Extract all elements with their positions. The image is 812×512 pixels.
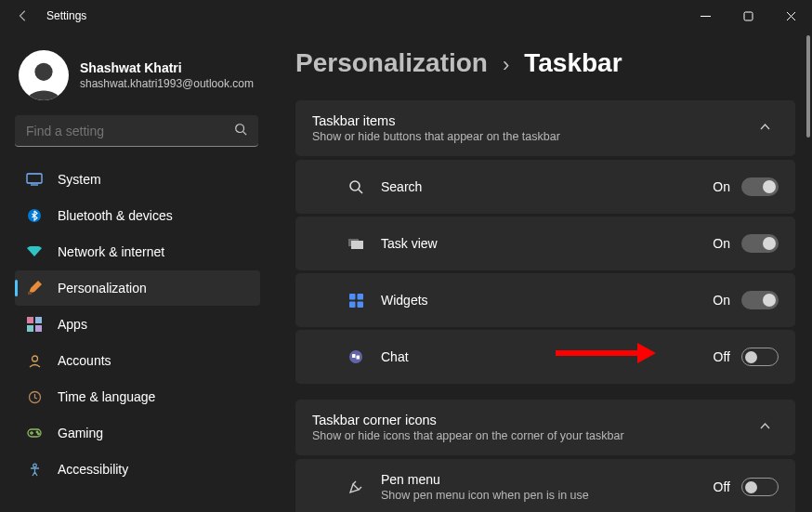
user-block[interactable]: Shashwat Khatri shashwat.khatri1993@outl… (11, 43, 264, 115)
avatar (19, 50, 69, 100)
taskbar-item-search: Search On (295, 160, 795, 214)
sidebar-item-label: Time & language (58, 389, 155, 404)
section-subtitle: Show or hide icons that appear on the co… (312, 429, 624, 442)
search-icon (234, 123, 247, 139)
close-button[interactable] (769, 1, 812, 31)
taskbar-item-widgets: Widgets On (295, 273, 795, 327)
svg-rect-4 (27, 174, 42, 183)
search-field[interactable] (26, 124, 234, 138)
row-label: Pen menu (381, 472, 589, 487)
svg-rect-10 (35, 325, 42, 332)
svg-point-24 (349, 350, 362, 363)
sidebar-item-label: Personalization (58, 281, 147, 295)
sidebar-item-time-language[interactable]: Time & language (15, 379, 260, 414)
taskview-toggle[interactable] (741, 234, 779, 253)
penmenu-toggle[interactable] (741, 478, 779, 496)
window-title: Settings (46, 9, 86, 22)
sidebar-item-apps[interactable]: Apps (15, 307, 260, 342)
svg-rect-6 (28, 292, 32, 295)
svg-rect-22 (349, 301, 356, 308)
chevron-up-icon (759, 419, 771, 436)
svg-point-14 (36, 431, 38, 433)
maximize-button[interactable] (727, 1, 769, 31)
apps-icon (26, 317, 43, 332)
sidebar-item-label: Gaming (58, 426, 103, 440)
svg-rect-20 (349, 294, 356, 300)
sidebar-item-label: Accounts (58, 353, 111, 368)
taskbar-item-taskview: Task view On (295, 217, 795, 270)
row-label: Task view (381, 236, 438, 251)
user-email: shashwat.khatri1993@outlook.com (80, 77, 254, 90)
gaming-icon (26, 426, 43, 440)
sidebar-item-label: System (58, 172, 101, 187)
svg-rect-1 (744, 12, 753, 20)
breadcrumb-parent[interactable]: Personalization (295, 48, 488, 78)
sidebar-item-accessibility[interactable]: Accessibility (15, 452, 260, 487)
corner-item-pen: Pen menu Show pen menu icon when pen is … (295, 459, 795, 512)
svg-point-17 (350, 181, 360, 190)
personalization-icon (26, 281, 43, 295)
widgets-toggle[interactable] (741, 291, 779, 309)
taskbar-items-section[interactable]: Taskbar items Show or hide buttons that … (295, 100, 795, 156)
time-language-icon (26, 389, 43, 404)
back-button[interactable] (17, 9, 30, 22)
search-icon (346, 179, 366, 194)
row-label: Chat (381, 349, 409, 364)
sidebar-item-network[interactable]: Network & internet (15, 234, 260, 269)
sidebar-item-system[interactable]: System (15, 162, 260, 197)
toggle-state: On (713, 179, 730, 194)
accounts-icon (26, 353, 43, 368)
sidebar-item-label: Network & internet (58, 244, 164, 259)
svg-point-15 (38, 433, 40, 435)
sidebar-item-personalization[interactable]: Personalization (15, 270, 260, 306)
taskbar-item-chat: Chat Off (295, 330, 795, 384)
pen-icon (346, 479, 366, 495)
system-icon (26, 172, 43, 187)
svg-rect-21 (357, 294, 363, 300)
bluetooth-icon (26, 208, 43, 223)
toggle-state: On (713, 236, 730, 251)
toggle-state: Off (714, 479, 730, 494)
task-view-icon (346, 238, 366, 249)
sidebar-item-gaming[interactable]: Gaming (15, 415, 260, 451)
row-sublabel: Show pen menu icon when pen is in use (381, 489, 589, 502)
corner-icons-section[interactable]: Taskbar corner icons Show or hide icons … (295, 400, 795, 455)
sidebar-item-label: Apps (58, 317, 87, 332)
toggle-state: Off (714, 349, 730, 364)
svg-rect-9 (27, 325, 33, 332)
chevron-right-icon: › (503, 53, 509, 77)
chevron-up-icon (759, 120, 771, 137)
search-toggle[interactable] (741, 177, 779, 196)
svg-point-11 (32, 356, 37, 361)
scrollbar[interactable] (806, 35, 810, 138)
sidebar-item-label: Accessibility (58, 462, 128, 477)
accessibility-icon (26, 462, 43, 477)
svg-point-3 (236, 124, 244, 132)
section-subtitle: Show or hide buttons that appear on the … (312, 130, 560, 143)
section-title: Taskbar corner icons (312, 413, 624, 427)
toggle-state: On (713, 293, 730, 308)
svg-rect-0 (701, 16, 711, 17)
breadcrumb-current: Taskbar (524, 48, 622, 78)
sidebar-item-label: Bluetooth & devices (58, 208, 173, 223)
svg-point-16 (33, 464, 36, 467)
svg-rect-7 (27, 317, 33, 323)
section-title: Taskbar items (312, 113, 560, 128)
minimize-button[interactable] (684, 1, 727, 31)
chat-toggle[interactable] (741, 348, 779, 366)
chat-icon (346, 350, 366, 364)
search-input[interactable] (15, 115, 258, 147)
svg-rect-23 (357, 301, 363, 308)
svg-rect-26 (357, 355, 360, 359)
svg-rect-19 (351, 241, 363, 249)
sidebar-item-accounts[interactable]: Accounts (15, 343, 260, 378)
row-label: Search (381, 179, 422, 194)
widgets-icon (346, 294, 366, 308)
row-label: Widgets (381, 293, 428, 308)
wifi-icon (26, 244, 43, 259)
svg-rect-25 (352, 354, 356, 358)
svg-rect-8 (35, 317, 42, 323)
user-name: Shashwat Khatri (80, 60, 254, 75)
sidebar-item-bluetooth[interactable]: Bluetooth & devices (15, 198, 260, 233)
svg-point-2 (34, 63, 52, 81)
